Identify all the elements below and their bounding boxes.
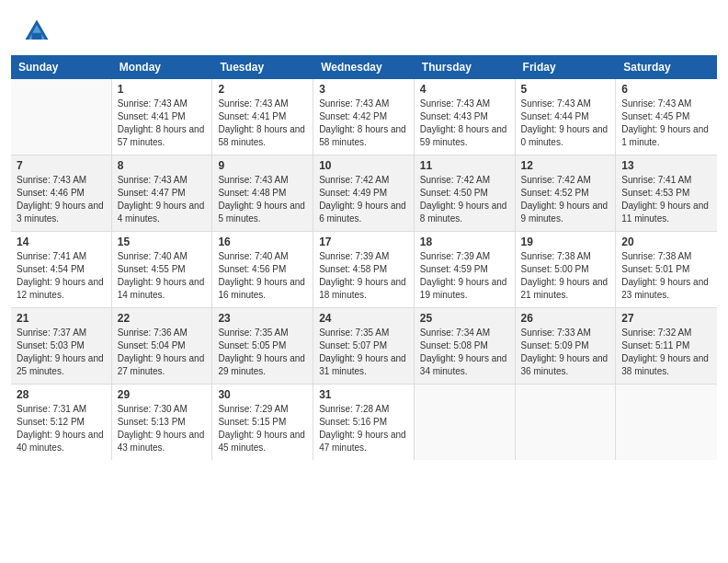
sunrise-text: Sunrise: 7:42 AM	[521, 175, 591, 185]
day-info: Sunrise: 7:28 AMSunset: 5:16 PMDaylight:…	[319, 403, 408, 454]
day-cell-23: 23Sunrise: 7:35 AMSunset: 5:05 PMDayligh…	[212, 308, 313, 384]
day-number: 25	[420, 312, 509, 325]
sunset-text: Sunset: 4:47 PM	[118, 188, 186, 198]
day-info: Sunrise: 7:43 AMSunset: 4:48 PMDaylight:…	[218, 174, 307, 225]
day-header-friday: Friday	[516, 55, 617, 79]
day-info: Sunrise: 7:43 AMSunset: 4:43 PMDaylight:…	[420, 98, 509, 149]
day-info: Sunrise: 7:42 AMSunset: 4:49 PMDaylight:…	[319, 174, 408, 225]
sunset-text: Sunset: 4:42 PM	[319, 111, 387, 121]
sunset-text: Sunset: 4:52 PM	[521, 188, 589, 198]
sunrise-text: Sunrise: 7:37 AM	[17, 327, 86, 338]
day-cell-26: 26Sunrise: 7:33 AMSunset: 5:09 PMDayligh…	[516, 308, 617, 384]
day-cell-30: 30Sunrise: 7:29 AMSunset: 5:15 PMDayligh…	[212, 385, 313, 460]
day-header-tuesday: Tuesday	[212, 55, 313, 79]
day-number: 23	[218, 312, 307, 325]
sunset-text: Sunset: 5:09 PM	[521, 340, 589, 350]
day-info: Sunrise: 7:41 AMSunset: 4:54 PMDaylight:…	[17, 250, 106, 302]
sunset-text: Sunset: 4:49 PM	[319, 188, 387, 198]
daylight-text: Daylight: 9 hours and 16 minutes.	[218, 277, 305, 300]
day-cell-11: 11Sunrise: 7:42 AMSunset: 4:50 PMDayligh…	[415, 155, 516, 231]
calendar-body: 1Sunrise: 7:43 AMSunset: 4:41 PMDaylight…	[11, 79, 717, 460]
day-cell-24: 24Sunrise: 7:35 AMSunset: 5:07 PMDayligh…	[313, 308, 415, 384]
daylight-text: Daylight: 9 hours and 38 minutes.	[621, 353, 709, 376]
daylight-text: Daylight: 9 hours and 34 minutes.	[420, 353, 507, 376]
day-cell-2: 2Sunrise: 7:43 AMSunset: 4:41 PMDaylight…	[212, 79, 313, 155]
sunrise-text: Sunrise: 7:40 AM	[218, 251, 288, 261]
day-info: Sunrise: 7:42 AMSunset: 4:50 PMDaylight:…	[420, 174, 509, 225]
day-number: 4	[420, 83, 509, 96]
day-cell-20: 20Sunrise: 7:38 AMSunset: 5:01 PMDayligh…	[616, 232, 717, 307]
day-number: 29	[118, 388, 207, 401]
day-info: Sunrise: 7:43 AMSunset: 4:42 PMDaylight:…	[319, 98, 408, 149]
day-cell-12: 12Sunrise: 7:42 AMSunset: 4:52 PMDayligh…	[516, 155, 617, 231]
calendar-header: SundayMondayTuesdayWednesdayThursdayFrid…	[11, 55, 717, 79]
day-number: 15	[118, 236, 207, 248]
sunrise-text: Sunrise: 7:41 AM	[621, 175, 691, 185]
daylight-text: Daylight: 9 hours and 18 minutes.	[319, 277, 406, 300]
daylight-text: Daylight: 9 hours and 25 minutes.	[17, 353, 104, 376]
day-number: 28	[17, 388, 106, 401]
sunrise-text: Sunrise: 7:43 AM	[218, 175, 288, 185]
sunrise-text: Sunrise: 7:43 AM	[319, 98, 389, 109]
day-cell-15: 15Sunrise: 7:40 AMSunset: 4:55 PMDayligh…	[112, 232, 213, 307]
day-number: 9	[218, 159, 307, 172]
sunrise-text: Sunrise: 7:38 AM	[521, 251, 591, 261]
day-info: Sunrise: 7:37 AMSunset: 5:03 PMDaylight:…	[17, 327, 106, 378]
day-info: Sunrise: 7:42 AMSunset: 4:52 PMDaylight:…	[521, 174, 610, 225]
sunrise-text: Sunrise: 7:28 AM	[319, 404, 389, 414]
logo-icon	[22, 17, 51, 46]
sunrise-text: Sunrise: 7:31 AM	[17, 404, 86, 414]
day-cell-13: 13Sunrise: 7:41 AMSunset: 4:53 PMDayligh…	[616, 155, 717, 231]
day-info: Sunrise: 7:34 AMSunset: 5:08 PMDaylight:…	[420, 327, 509, 378]
day-header-monday: Monday	[112, 55, 213, 79]
sunset-text: Sunset: 4:45 PM	[621, 111, 689, 121]
day-cell-25: 25Sunrise: 7:34 AMSunset: 5:08 PMDayligh…	[415, 308, 516, 384]
daylight-text: Daylight: 9 hours and 45 minutes.	[218, 430, 305, 453]
sunset-text: Sunset: 5:04 PM	[118, 340, 186, 350]
daylight-text: Daylight: 9 hours and 3 minutes.	[17, 201, 104, 224]
sunrise-text: Sunrise: 7:43 AM	[118, 98, 188, 109]
day-header-sunday: Sunday	[11, 55, 112, 79]
day-cell-4: 4Sunrise: 7:43 AMSunset: 4:43 PMDaylight…	[415, 79, 516, 155]
daylight-text: Daylight: 9 hours and 14 minutes.	[118, 277, 205, 300]
sunset-text: Sunset: 4:56 PM	[218, 264, 286, 274]
sunrise-text: Sunrise: 7:43 AM	[218, 98, 288, 109]
sunrise-text: Sunrise: 7:42 AM	[420, 175, 490, 185]
calendar: SundayMondayTuesdayWednesdayThursdayFrid…	[11, 55, 717, 460]
sunset-text: Sunset: 5:05 PM	[218, 340, 286, 350]
day-info: Sunrise: 7:33 AMSunset: 5:09 PMDaylight:…	[521, 327, 610, 378]
daylight-text: Daylight: 8 hours and 58 minutes.	[218, 124, 305, 147]
calendar-week-1: 1Sunrise: 7:43 AMSunset: 4:41 PMDaylight…	[11, 79, 717, 155]
day-cell-16: 16Sunrise: 7:40 AMSunset: 4:56 PMDayligh…	[212, 232, 313, 307]
day-number: 14	[17, 236, 106, 248]
day-info: Sunrise: 7:29 AMSunset: 5:15 PMDaylight:…	[218, 403, 307, 454]
day-header-wednesday: Wednesday	[313, 55, 415, 79]
daylight-text: Daylight: 9 hours and 0 minutes.	[521, 124, 609, 147]
empty-cell	[11, 79, 112, 155]
day-number: 18	[420, 236, 509, 248]
daylight-text: Daylight: 9 hours and 5 minutes.	[218, 201, 305, 224]
daylight-text: Daylight: 9 hours and 8 minutes.	[420, 201, 507, 224]
svg-rect-2	[32, 33, 42, 40]
sunset-text: Sunset: 4:50 PM	[420, 188, 488, 198]
daylight-text: Daylight: 9 hours and 40 minutes.	[17, 430, 104, 453]
day-info: Sunrise: 7:40 AMSunset: 4:55 PMDaylight:…	[118, 250, 207, 302]
day-info: Sunrise: 7:32 AMSunset: 5:11 PMDaylight:…	[621, 327, 711, 378]
sunrise-text: Sunrise: 7:42 AM	[319, 175, 389, 185]
day-cell-14: 14Sunrise: 7:41 AMSunset: 4:54 PMDayligh…	[11, 232, 112, 307]
sunset-text: Sunset: 4:41 PM	[118, 111, 186, 121]
day-number: 24	[319, 312, 408, 325]
day-info: Sunrise: 7:41 AMSunset: 4:53 PMDaylight:…	[621, 174, 711, 225]
calendar-week-5: 28Sunrise: 7:31 AMSunset: 5:12 PMDayligh…	[11, 385, 717, 460]
day-info: Sunrise: 7:43 AMSunset: 4:41 PMDaylight:…	[118, 98, 207, 149]
sunrise-text: Sunrise: 7:41 AM	[17, 251, 86, 261]
sunrise-text: Sunrise: 7:43 AM	[118, 175, 188, 185]
day-number: 19	[521, 236, 610, 248]
day-cell-29: 29Sunrise: 7:30 AMSunset: 5:13 PMDayligh…	[112, 385, 213, 460]
day-info: Sunrise: 7:43 AMSunset: 4:45 PMDaylight:…	[621, 98, 711, 149]
day-number: 3	[319, 83, 408, 96]
sunrise-text: Sunrise: 7:36 AM	[118, 327, 188, 338]
day-number: 22	[118, 312, 207, 325]
sunrise-text: Sunrise: 7:40 AM	[118, 251, 188, 261]
empty-cell	[616, 385, 717, 460]
